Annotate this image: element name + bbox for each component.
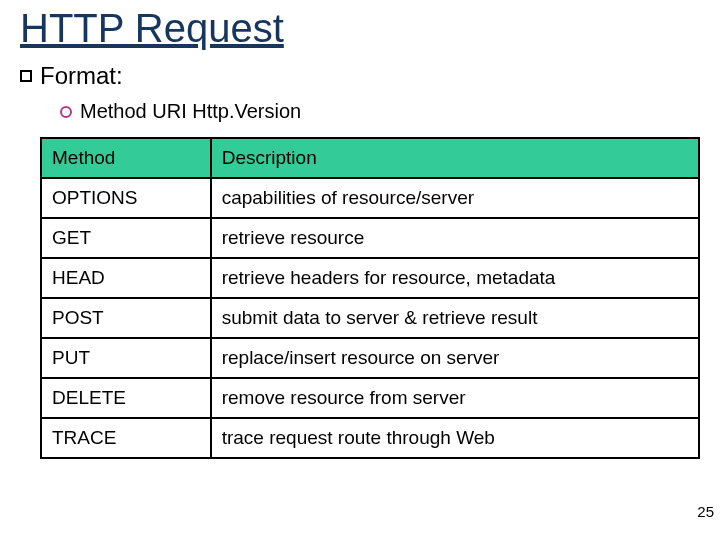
bullet-text: Format: (40, 62, 123, 90)
cell-description: replace/insert resource on server (211, 338, 699, 378)
table-header-row: Method Description (41, 138, 699, 178)
table-row: HEAD retrieve headers for resource, meta… (41, 258, 699, 298)
cell-method: HEAD (41, 258, 211, 298)
circle-bullet-icon (60, 106, 72, 118)
square-bullet-icon (20, 70, 32, 82)
table-row: OPTIONS capabilities of resource/server (41, 178, 699, 218)
col-header-method: Method (41, 138, 211, 178)
cell-method: OPTIONS (41, 178, 211, 218)
cell-method: DELETE (41, 378, 211, 418)
cell-description: remove resource from server (211, 378, 699, 418)
sub-bullet-text: Method URI Http.Version (80, 100, 301, 123)
sub-bullet-row: Method URI Http.Version (60, 100, 700, 123)
cell-method: PUT (41, 338, 211, 378)
cell-method: TRACE (41, 418, 211, 458)
slide: HTTP Request Format: Method URI Http.Ver… (0, 0, 720, 540)
methods-table: Method Description OPTIONS capabilities … (40, 137, 700, 459)
bullet-row: Format: (20, 62, 700, 90)
table-row: DELETE remove resource from server (41, 378, 699, 418)
table-row: GET retrieve resource (41, 218, 699, 258)
page-number: 25 (697, 503, 714, 520)
table-row: TRACE trace request route through Web (41, 418, 699, 458)
cell-method: POST (41, 298, 211, 338)
cell-description: retrieve headers for resource, metadata (211, 258, 699, 298)
page-title: HTTP Request (20, 6, 700, 50)
cell-description: capabilities of resource/server (211, 178, 699, 218)
table-row: POST submit data to server & retrieve re… (41, 298, 699, 338)
table-row: PUT replace/insert resource on server (41, 338, 699, 378)
col-header-description: Description (211, 138, 699, 178)
cell-method: GET (41, 218, 211, 258)
cell-description: retrieve resource (211, 218, 699, 258)
cell-description: trace request route through Web (211, 418, 699, 458)
cell-description: submit data to server & retrieve result (211, 298, 699, 338)
